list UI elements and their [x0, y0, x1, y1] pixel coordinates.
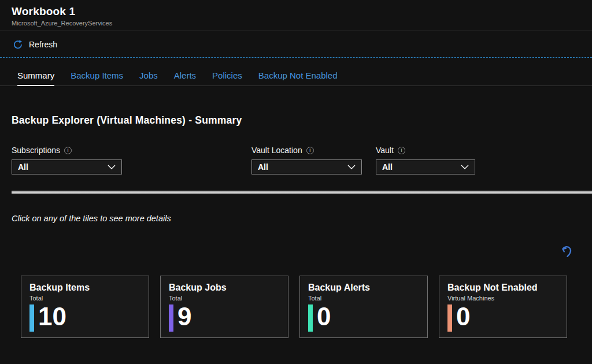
undo-button[interactable]	[558, 243, 575, 259]
info-icon[interactable]	[306, 147, 314, 154]
value-bar	[169, 304, 173, 332]
tile-value-row: 0	[308, 304, 419, 332]
value-bar	[447, 304, 452, 332]
vault-location-dropdown-value: All	[258, 162, 268, 172]
vault-label-text: Vault	[376, 146, 394, 155]
undo-icon	[558, 243, 575, 259]
tab-policies[interactable]: Policies	[212, 70, 242, 86]
tab-summary[interactable]: Summary	[17, 70, 54, 86]
tile-subtitle: Total	[169, 295, 280, 302]
tile-subtitle: Total	[29, 295, 140, 302]
tile-value: 9	[177, 304, 191, 329]
filter-vault: Vault All	[376, 146, 475, 174]
vault-dropdown-value: All	[382, 162, 393, 172]
tab-alerts[interactable]: Alerts	[174, 70, 196, 86]
tile-value: 10	[38, 304, 66, 329]
tile-value: 0	[456, 304, 470, 329]
tile-subtitle: Total	[308, 295, 419, 302]
page-title: Workbook 1	[12, 5, 580, 18]
filters-row: Subscriptions All Vault Location All Vau…	[0, 146, 592, 191]
tile-backup-jobs[interactable]: Backup Jobs Total 9	[160, 276, 288, 338]
vault-location-label-text: Vault Location	[251, 146, 302, 155]
refresh-icon	[13, 39, 23, 50]
tab-bar: Summary Backup Items Jobs Alerts Policie…	[0, 58, 592, 86]
tile-title: Backup Items	[29, 283, 140, 293]
filter-subscriptions: Subscriptions All	[12, 146, 122, 174]
section-heading: Backup Explorer (Virtual Machines) - Sum…	[12, 114, 580, 127]
tile-value-row: 9	[169, 304, 280, 332]
subscriptions-dropdown[interactable]: All	[12, 159, 122, 174]
toolbar: Refresh	[0, 31, 592, 58]
vault-location-dropdown[interactable]: All	[251, 159, 362, 174]
subscriptions-dropdown-value: All	[18, 162, 28, 172]
info-icon[interactable]	[64, 147, 72, 154]
tab-backup-not-enabled[interactable]: Backup Not Enabled	[258, 70, 338, 86]
filter-vault-location: Vault Location All	[251, 146, 362, 174]
value-bar	[308, 304, 313, 332]
tab-jobs[interactable]: Jobs	[139, 70, 158, 86]
refresh-button[interactable]: Refresh	[13, 39, 57, 50]
vault-dropdown[interactable]: All	[376, 159, 475, 174]
tile-title: Backup Jobs	[169, 283, 280, 293]
tab-backup-items[interactable]: Backup Items	[71, 70, 123, 86]
chevron-down-icon	[347, 165, 356, 169]
refresh-label: Refresh	[29, 40, 57, 49]
tiles-row: Backup Items Total 10 Backup Jobs Total …	[21, 276, 567, 338]
tile-subtitle: Virtual Machines	[447, 295, 558, 302]
value-bar	[29, 304, 34, 332]
tiles-note: Click on any of the tiles to see more de…	[12, 214, 580, 223]
tile-value: 0	[317, 304, 331, 329]
chevron-down-icon	[461, 165, 469, 169]
subscriptions-label: Subscriptions	[12, 146, 122, 155]
info-icon[interactable]	[398, 147, 405, 154]
section-divider	[12, 191, 592, 194]
workbook-header: Workbook 1 Microsoft_Azure_RecoveryServi…	[0, 0, 592, 31]
page-subtitle: Microsoft_Azure_RecoveryServices	[12, 20, 580, 27]
chevron-down-icon	[108, 165, 116, 169]
tile-backup-not-enabled[interactable]: Backup Not Enabled Virtual Machines 0	[439, 276, 567, 338]
vault-location-label: Vault Location	[251, 146, 362, 155]
tile-backup-alerts[interactable]: Backup Alerts Total 0	[299, 276, 428, 338]
tile-backup-items[interactable]: Backup Items Total 10	[21, 276, 149, 338]
tile-title: Backup Not Enabled	[447, 283, 558, 293]
vault-label: Vault	[376, 146, 475, 155]
tile-value-row: 10	[29, 304, 140, 332]
subscriptions-label-text: Subscriptions	[12, 146, 60, 155]
tile-value-row: 0	[447, 304, 558, 332]
tile-title: Backup Alerts	[308, 283, 419, 293]
